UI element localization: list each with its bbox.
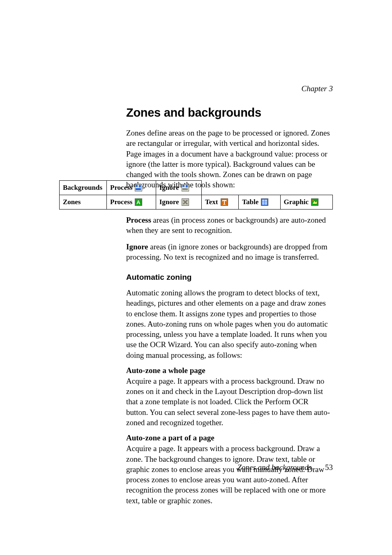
automatic-zoning-heading: Automatic zoning: [126, 273, 332, 282]
auto-zone-part-heading: Auto-zone a part of a page: [126, 433, 332, 442]
svg-rect-2: [139, 185, 141, 187]
cell-zone-graphic: Graphic: [280, 195, 332, 210]
cell-label: Text: [205, 198, 218, 206]
cell-label: Ignore: [159, 184, 179, 192]
cell-zone-process: Process A: [107, 195, 156, 210]
zone-process-icon: A: [135, 198, 142, 206]
table-row: Zones Process A Ignore: [60, 195, 333, 210]
cell-zone-text: Text: [202, 195, 239, 210]
zone-table-icon: [261, 198, 268, 206]
process-rest: areas (in process zones or backgrounds) …: [126, 216, 326, 235]
process-label: Process: [126, 216, 151, 224]
svg-point-21: [312, 200, 314, 201]
zone-tool-table: Backgrounds Process Igno: [59, 180, 333, 210]
row-label-zones: Zones: [60, 195, 107, 210]
svg-rect-6: [186, 185, 188, 187]
bg-ignore-icon: [182, 184, 189, 191]
page-title: Zones and backgrounds: [126, 106, 332, 120]
ignore-rest: areas (in ignore zones or backgrounds) a…: [126, 242, 327, 261]
cell-zone-ignore: Ignore: [156, 195, 201, 210]
page: Chapter 3 Zones and backgrounds Zones de…: [0, 0, 392, 555]
cell-label: Table: [242, 198, 258, 206]
chapter-label: Chapter 3: [301, 84, 333, 93]
auto-zone-whole-body: Acquire a page. It appears with a proces…: [126, 376, 332, 428]
svg-rect-1: [136, 185, 138, 187]
process-paragraph: Process areas (in process zones or backg…: [126, 215, 332, 236]
ignore-label: Ignore: [126, 242, 148, 251]
ignore-paragraph: Ignore areas (in ignore zones or backgro…: [126, 242, 332, 263]
zone-ignore-icon: [182, 198, 189, 206]
bg-process-icon: [135, 184, 142, 191]
footer-section-label: Zones and backgrounds: [237, 463, 311, 472]
cell-label: Process: [110, 184, 132, 192]
svg-rect-7: [182, 188, 188, 190]
table-row: Backgrounds Process Igno: [60, 181, 333, 195]
cell-label: Ignore: [159, 198, 179, 206]
cell-zone-table: Table: [239, 195, 280, 210]
svg-text:A: A: [136, 199, 141, 205]
svg-rect-3: [136, 188, 141, 190]
cell-bg-process: Process: [107, 181, 156, 195]
zone-graphic-icon: [311, 198, 318, 206]
auto-zone-part-body: Acquire a page. It appears with a proces…: [126, 443, 332, 506]
auto-zone-whole-heading: Auto-zone a whole page: [126, 366, 332, 375]
row-label-backgrounds: Backgrounds: [60, 181, 107, 195]
cell-bg-ignore: Ignore: [156, 181, 201, 195]
zone-text-icon: [221, 198, 228, 206]
automatic-zoning-body: Automatic zoning allows the program to d…: [126, 288, 332, 360]
svg-rect-5: [182, 185, 184, 187]
cell-label: Process: [110, 198, 132, 206]
cell-label: Graphic: [284, 198, 309, 206]
page-footer: Zones and backgrounds 53: [237, 463, 333, 472]
footer-page-number: 53: [325, 463, 333, 472]
